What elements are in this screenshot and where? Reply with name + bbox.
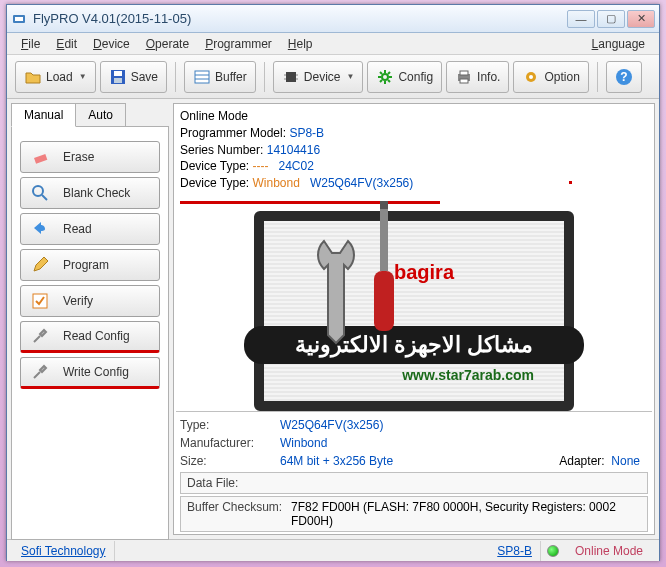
app-window: FlyPRO V4.01(2015-11-05) — ▢ ✕ File Edit…: [6, 4, 660, 561]
manual-panel: Erase Blank Check Read Program Verify: [11, 126, 169, 540]
read-button[interactable]: Read: [20, 213, 160, 245]
menu-programmer[interactable]: Programmer: [197, 35, 280, 53]
red-dot: [569, 181, 572, 184]
write-config-button[interactable]: Write Config: [20, 357, 160, 389]
adapter-label: Adapter:: [559, 454, 604, 468]
company-link[interactable]: Sofi Technology: [13, 541, 115, 561]
mfr-label: Manufacturer:: [180, 436, 280, 450]
config-label: Config: [398, 70, 433, 84]
verify-button[interactable]: Verify: [20, 285, 160, 317]
printer-icon: [455, 68, 473, 86]
main-area: Manual Auto Erase Blank Check Read: [7, 99, 659, 539]
statusbar: Sofi Technology SP8-B Online Mode: [7, 539, 659, 561]
right-panel: Online Mode Programmer Model: SP8-B Seri…: [173, 103, 655, 535]
svg-point-13: [382, 74, 388, 80]
folder-open-icon: [24, 68, 42, 86]
save-label: Save: [131, 70, 158, 84]
buffer-button[interactable]: Buffer: [184, 61, 256, 93]
option-button[interactable]: Option: [513, 61, 588, 93]
checksum-value: 7F82 FD00H (FLASH: 7F80 0000H, Security …: [291, 500, 641, 528]
url-text: www.star7arab.com: [402, 367, 534, 383]
chip-icon: [282, 68, 300, 86]
titlebar[interactable]: FlyPRO V4.01(2015-11-05) — ▢ ✕: [7, 5, 659, 33]
device-button[interactable]: Device ▼: [273, 61, 364, 93]
window-title: FlyPRO V4.01(2015-11-05): [33, 11, 567, 26]
prog-model-value: SP8-B: [289, 126, 324, 140]
device-label: Device: [304, 70, 341, 84]
devtype2-part: W25Q64FV(3x256): [310, 176, 413, 190]
cog-icon: [522, 68, 540, 86]
maximize-button[interactable]: ▢: [597, 10, 625, 28]
tab-auto[interactable]: Auto: [75, 103, 126, 127]
devtype2-mfr: Winbond: [253, 176, 300, 190]
app-icon: [11, 11, 27, 27]
toolbar: Load ▼ Save Buffer Device ▼ Config Info.: [7, 55, 659, 99]
svg-rect-21: [34, 154, 47, 164]
buffer-icon: [193, 68, 211, 86]
arrow-back-icon: [31, 220, 49, 238]
svg-rect-4: [114, 78, 122, 83]
program-button[interactable]: Program: [20, 249, 160, 281]
checksum-label: Buffer Checksum:: [187, 500, 291, 528]
svg-rect-25: [380, 201, 388, 271]
close-button[interactable]: ✕: [627, 10, 655, 28]
devtype1-label: Device Type:: [180, 159, 249, 173]
svg-rect-26: [374, 271, 394, 331]
load-button[interactable]: Load ▼: [15, 61, 96, 93]
chevron-down-icon: ▼: [346, 72, 354, 81]
menu-file[interactable]: File: [13, 35, 48, 53]
menu-operate[interactable]: Operate: [138, 35, 197, 53]
status-device: SP8-B: [489, 541, 541, 561]
menu-edit[interactable]: Edit: [48, 35, 85, 53]
mode-label: Online Mode: [180, 108, 648, 125]
adapter-value: None: [611, 454, 640, 468]
erase-button[interactable]: Erase: [20, 141, 160, 173]
load-label: Load: [46, 70, 73, 84]
svg-point-18: [529, 75, 533, 79]
screwdriver-icon: [354, 201, 414, 341]
prog-model-label: Programmer Model:: [180, 126, 286, 140]
left-panel: Manual Auto Erase Blank Check Read: [11, 103, 169, 535]
menubar: File Edit Device Operate Programmer Help…: [7, 33, 659, 55]
datafile-label: Data File:: [187, 476, 287, 490]
svg-rect-8: [286, 72, 296, 82]
series-label: Series Number:: [180, 143, 263, 157]
help-icon: ?: [615, 68, 633, 86]
svg-rect-15: [460, 71, 468, 75]
svg-rect-3: [114, 71, 122, 76]
read-config-button[interactable]: Read Config: [20, 321, 160, 353]
tab-bar: Manual Auto: [11, 103, 169, 127]
size-value: 64M bit + 3x256 Byte: [280, 454, 528, 468]
mfr-value: Winbond: [280, 436, 648, 450]
buffer-label: Buffer: [215, 70, 247, 84]
tools-icon: [31, 363, 49, 381]
arabic-text: مشاكل الاجهزة الالكترونية: [244, 326, 584, 364]
svg-point-22: [33, 186, 43, 196]
info-button[interactable]: Info.: [446, 61, 509, 93]
status-led-icon: [547, 545, 559, 557]
series-value: 14104416: [267, 143, 320, 157]
menu-device[interactable]: Device: [85, 35, 138, 53]
device-details: Type: W25Q64FV(3x256) Manufacturer: Winb…: [176, 411, 652, 538]
blank-check-button[interactable]: Blank Check: [20, 177, 160, 209]
save-button[interactable]: Save: [100, 61, 167, 93]
pencil-icon: [31, 256, 49, 274]
minimize-button[interactable]: —: [567, 10, 595, 28]
gear-icon: [376, 68, 394, 86]
type-label: Type:: [180, 418, 280, 432]
status-mode: Online Mode: [565, 544, 653, 558]
svg-rect-5: [195, 71, 209, 83]
menu-language[interactable]: Language: [584, 35, 653, 53]
check-icon: [31, 292, 49, 310]
chevron-down-icon: ▼: [79, 72, 87, 81]
svg-line-23: [42, 195, 47, 200]
menu-help[interactable]: Help: [280, 35, 321, 53]
tab-manual[interactable]: Manual: [11, 103, 76, 127]
tools-icon: [31, 327, 49, 345]
device-info: Online Mode Programmer Model: SP8-B Seri…: [176, 106, 652, 211]
option-label: Option: [544, 70, 579, 84]
devtype2-label: Device Type:: [180, 176, 249, 190]
help-button[interactable]: ?: [606, 61, 642, 93]
config-button[interactable]: Config: [367, 61, 442, 93]
size-label: Size:: [180, 454, 280, 468]
